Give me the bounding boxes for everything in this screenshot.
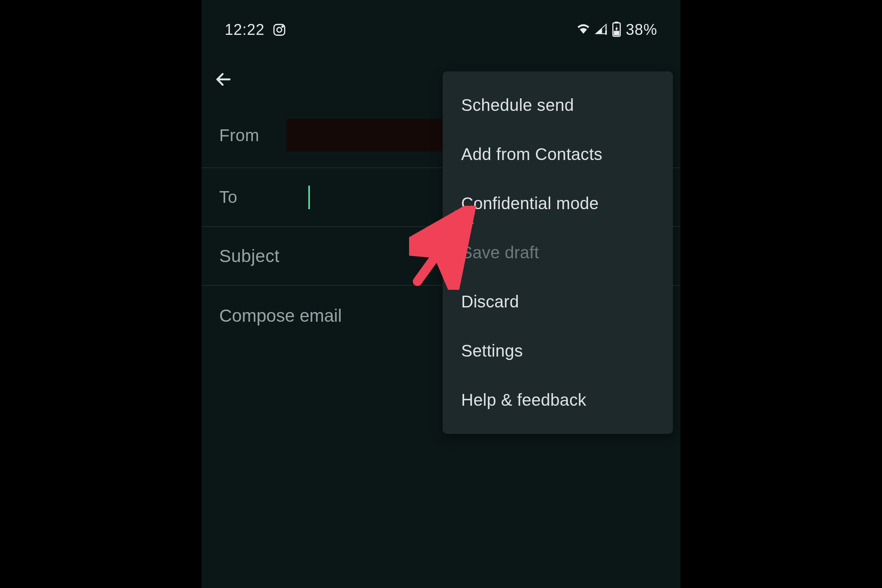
- text-cursor: [308, 186, 310, 209]
- subject-label: Subject: [219, 246, 280, 266]
- status-left: 12:22: [225, 21, 286, 39]
- from-label: From: [219, 126, 278, 145]
- svg-point-2: [282, 26, 283, 27]
- status-bar: 12:22: [202, 0, 680, 51]
- svg-rect-6: [615, 21, 619, 23]
- svg-point-1: [277, 27, 281, 32]
- menu-item-confidential-mode[interactable]: Confidential mode: [443, 179, 673, 228]
- menu-item-discard[interactable]: Discard: [443, 277, 673, 326]
- instagram-icon: [272, 23, 286, 37]
- svg-rect-7: [614, 31, 619, 35]
- menu-item-add-from-contacts[interactable]: Add from Contacts: [443, 130, 673, 179]
- from-value-redacted: [286, 119, 446, 152]
- back-button[interactable]: [214, 70, 233, 89]
- overflow-menu: Schedule send Add from Contacts Confiden…: [443, 71, 673, 434]
- menu-item-save-draft: Save draft: [443, 228, 673, 277]
- menu-item-help-feedback[interactable]: Help & feedback: [443, 375, 673, 425]
- svg-text:!: !: [605, 26, 606, 32]
- body-placeholder: Compose email: [219, 306, 342, 326]
- menu-item-settings[interactable]: Settings: [443, 326, 673, 375]
- wifi-icon: [576, 23, 591, 37]
- status-time: 12:22: [225, 21, 265, 39]
- battery-icon: [612, 21, 622, 39]
- phone-screen: 12:22: [202, 0, 680, 588]
- to-input[interactable]: [308, 186, 310, 209]
- cellular-icon: !: [595, 23, 607, 37]
- menu-item-schedule-send[interactable]: Schedule send: [443, 81, 673, 130]
- status-right: ! 38%: [576, 21, 657, 39]
- to-label: To: [219, 188, 278, 207]
- battery-percentage: 38%: [626, 21, 657, 39]
